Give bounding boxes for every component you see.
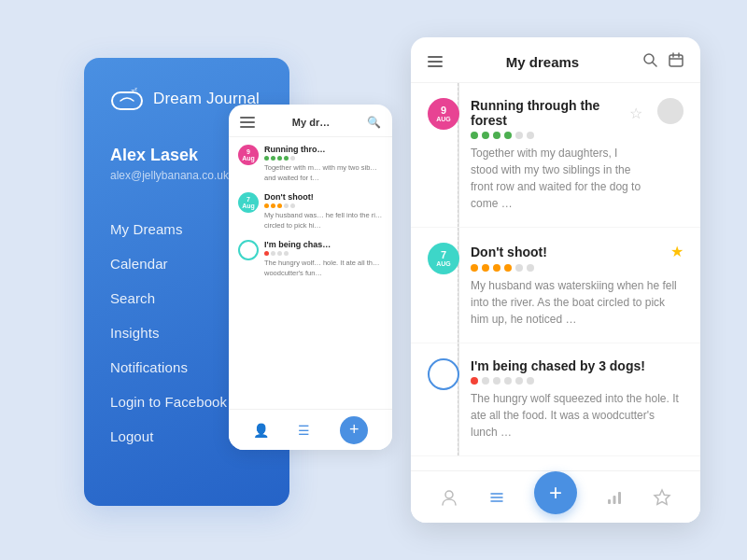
mid-title-1: Running thro… [264,145,383,154]
entry-body-2: Don't shoot! ★ My husband was waterskiin… [471,243,684,328]
entry-text-2: My husband was waterskiing when he fell … [471,277,684,328]
mid-entry-3: I'm being chas… The hungry wolf… hole. I… [238,240,383,278]
add-dream-button[interactable]: + [534,471,577,514]
entry-body-1: Running through the forest ☆ Together wi… [471,98,642,212]
entry-text-1: Together with my daughters, I stood with… [471,145,642,212]
calendar-icon[interactable] [669,52,684,71]
mid-entry-1: 9Aug Running thro… Together with m… with… [238,145,383,183]
mid-nav-add[interactable]: + [340,416,368,444]
mid-dots-1 [264,156,383,161]
entry-badge-3 [428,358,459,390]
mid-dots-3 [264,251,383,256]
dream-entries: 9 Aug Running through the forest ☆ Toget… [411,83,700,470]
nav-profile[interactable] [440,488,458,507]
mid-badge-1: 9Aug [238,145,259,165]
entry-dots-1 [471,132,642,139]
circle-indicator-1 [657,98,684,124]
main-header: My dreams [411,37,700,83]
svg-line-4 [653,63,656,66]
entry-star-1[interactable]: ☆ [629,105,642,122]
main-title: My dreams [443,54,642,70]
middle-card: My dr… 🔍 9Aug Running thro… Together wit… [229,105,392,450]
entry-badge-2: 7 Aug [428,243,459,274]
svg-rect-14 [613,496,616,504]
search-icon[interactable] [642,52,657,71]
mid-entries: 9Aug Running thro… Together with m… with… [229,137,392,295]
mid-title-3: I'm being chas… [264,240,383,249]
nav-list[interactable] [487,488,506,507]
mid-entry-2: 7Aug Don't shoot! My husband was… he fel… [238,192,383,231]
entry-title-1: Running through the forest [471,98,629,128]
mid-text-3: The hungry wolf… hole. It ate all th… wo… [264,259,383,278]
dream-entry-3: I'm being chased by 3 dogs! The hungry w… [411,343,700,456]
mid-title-2: Don't shoot! [264,192,383,202]
mid-nav-list[interactable]: ☰ [298,423,310,438]
nav-favorites[interactable] [653,488,671,507]
mid-text-1: Together with m… with my two sib… and wa… [264,163,383,183]
svg-rect-5 [669,55,683,66]
mid-card-header: My dr… 🔍 [229,105,392,137]
svg-rect-15 [618,492,621,504]
svg-rect-13 [608,499,611,504]
entry-dots-2 [471,264,684,272]
pillow-icon: z z [110,86,144,112]
entry-badge-1: 9 Aug [428,98,459,130]
mid-badge-2: 7Aug [238,192,259,213]
mid-text-2: My husband was… he fell into the ri… cir… [264,211,383,231]
entry-dots-3 [471,377,684,385]
mid-search-icon[interactable]: 🔍 [367,116,381,129]
dream-entry-2: 7 Aug Don't shoot! ★ My husband was wate… [411,228,700,343]
mid-footer: 👤 ☰ + [229,409,392,450]
mid-dots-2 [264,203,383,208]
main-card: My dreams 9 Aug [411,37,700,523]
mid-badge-3 [238,240,259,260]
entry-body-3: I'm being chased by 3 dogs! The hungry w… [471,358,684,441]
entry-title-3: I'm being chased by 3 dogs! [471,358,645,373]
nav-insights[interactable] [605,488,624,507]
svg-marker-16 [655,490,669,504]
hamburger-icon-mid[interactable] [240,117,255,128]
mid-nav-profile[interactable]: 👤 [253,423,269,438]
entry-title-2: Don't shoot! [471,245,547,259]
entry-text-3: The hungry wolf squeezed into the hole. … [471,390,684,441]
entry-star-2[interactable]: ★ [670,243,684,260]
svg-point-9 [445,491,453,498]
dream-entry-1: 9 Aug Running through the forest ☆ Toget… [411,83,700,228]
svg-rect-0 [112,92,142,109]
mid-card-title: My dr… [292,117,330,128]
svg-text:z: z [134,86,137,91]
hamburger-icon[interactable] [428,56,443,67]
main-footer: + [411,470,700,523]
